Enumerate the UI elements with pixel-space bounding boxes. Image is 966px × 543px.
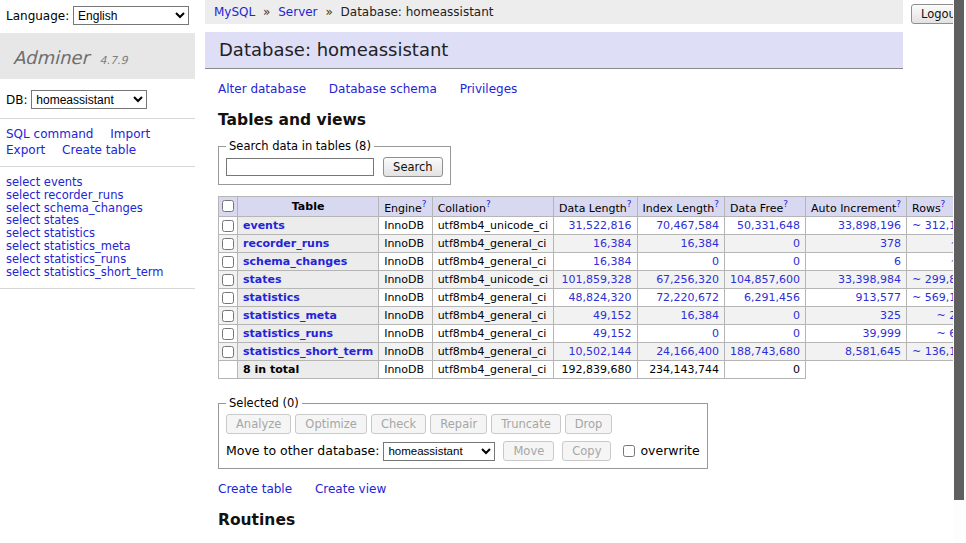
data-free-value[interactable]: 0: [793, 237, 800, 250]
auto-increment-value[interactable]: 6: [894, 255, 901, 268]
collation-cell: utf8mb4_general_ci: [432, 343, 553, 361]
data-free-value[interactable]: 6,291,456: [744, 291, 800, 304]
selected-action-check-button[interactable]: Check: [371, 414, 426, 434]
help-link[interactable]: ?: [783, 199, 788, 209]
sidebar-link-create-table[interactable]: Create table: [62, 143, 136, 157]
auto-increment-value[interactable]: 913,577: [856, 291, 902, 304]
table-link[interactable]: events: [243, 219, 285, 232]
table-link[interactable]: statistics: [243, 291, 300, 304]
data-free-value[interactable]: 50,331,648: [737, 219, 800, 232]
search-button[interactable]: Search: [383, 157, 443, 177]
selected-action-analyze-button[interactable]: Analyze: [226, 414, 291, 434]
row-checkbox[interactable]: [222, 346, 234, 358]
auto-increment-cell: 6: [806, 253, 907, 271]
table-link[interactable]: statistics_runs: [243, 327, 333, 340]
table-name-cell: recorder_runs: [238, 235, 379, 253]
collation-cell: utf8mb4_unicode_ci: [432, 217, 553, 235]
table-link[interactable]: states: [243, 273, 282, 286]
data-free-cell: 104,857,600: [725, 271, 806, 289]
data-length-value[interactable]: 49,152: [593, 327, 632, 340]
sidebar-link-import[interactable]: Import: [110, 127, 150, 141]
db-select[interactable]: homeassistant: [31, 90, 147, 109]
data-free-value[interactable]: 0: [793, 255, 800, 268]
index-length-value[interactable]: 67,256,320: [656, 273, 719, 286]
row-checkbox[interactable]: [222, 256, 234, 268]
help-link[interactable]: ?: [422, 199, 427, 209]
data-free-value[interactable]: 0: [793, 309, 800, 322]
selected-action-optimize-button[interactable]: Optimize: [295, 414, 367, 434]
index-length-value[interactable]: 16,384: [681, 309, 720, 322]
auto-increment-value[interactable]: 33,898,196: [838, 219, 901, 232]
scrollbar-thumb[interactable]: [954, 0, 964, 500]
help-link[interactable]: ?: [627, 199, 632, 209]
auto-increment-value[interactable]: 378: [880, 237, 901, 250]
privileges-link[interactable]: Privileges: [460, 82, 518, 96]
copy-button[interactable]: Copy: [562, 441, 611, 461]
sidebar-link-export[interactable]: Export: [6, 143, 45, 157]
database-schema-link[interactable]: Database schema: [329, 82, 437, 96]
column-header-data-length: Data Length?: [554, 196, 637, 217]
column-header-engine: Engine?: [379, 196, 432, 217]
search-input[interactable]: [226, 158, 374, 176]
create-view-link[interactable]: Create view: [315, 482, 386, 496]
move-database-select[interactable]: homeassistant: [383, 442, 495, 461]
select-all-checkbox[interactable]: [222, 200, 234, 212]
breadcrumb-server-link[interactable]: Server: [278, 5, 317, 19]
table-link[interactable]: statistics_meta: [243, 309, 337, 322]
engine-cell: InnoDB: [379, 325, 432, 343]
help-link[interactable]: ?: [486, 199, 491, 209]
data-free-value[interactable]: 104,857,600: [730, 273, 800, 286]
row-checkbox[interactable]: [222, 238, 234, 250]
move-button[interactable]: Move: [503, 441, 554, 461]
auto-increment-value[interactable]: 33,398,984: [838, 273, 901, 286]
data-length-value[interactable]: 31,522,816: [569, 219, 632, 232]
index-length-value[interactable]: 70,467,584: [656, 219, 719, 232]
language-select[interactable]: English: [73, 6, 189, 25]
index-length-value[interactable]: 72,220,672: [656, 291, 719, 304]
help-link[interactable]: ?: [896, 199, 901, 209]
index-length-value[interactable]: 0: [712, 255, 719, 268]
breadcrumb-mysql-link[interactable]: MySQL: [214, 5, 255, 19]
auto-increment-value[interactable]: 325: [880, 309, 901, 322]
selected-action-repair-button[interactable]: Repair: [430, 414, 487, 434]
auto-increment-value[interactable]: 39,999: [863, 327, 902, 340]
overwrite-checkbox[interactable]: [623, 445, 635, 457]
row-checkbox[interactable]: [222, 274, 234, 286]
row-checkbox[interactable]: [222, 328, 234, 340]
app-version: 4.7.9: [99, 54, 127, 67]
data-length-value[interactable]: 49,152: [593, 309, 632, 322]
selected-action-truncate-button[interactable]: Truncate: [491, 414, 561, 434]
selected-legend: Selected (0): [226, 396, 302, 410]
auto-increment-value[interactable]: 8,581,645: [845, 345, 901, 358]
selected-action-drop-button[interactable]: Drop: [565, 414, 613, 434]
total-checkbox-cell: [219, 361, 238, 379]
row-checkbox[interactable]: [222, 310, 234, 322]
index-length-value[interactable]: 0: [712, 327, 719, 340]
data-length-value[interactable]: 48,824,320: [569, 291, 632, 304]
table-link[interactable]: statistics_short_term: [243, 345, 373, 358]
total-index-length-cell: 234,143,744: [637, 361, 725, 379]
collation-cell: utf8mb4_general_ci: [432, 253, 553, 271]
data-free-value[interactable]: 0: [793, 327, 800, 340]
scrollbar[interactable]: [953, 0, 966, 543]
sidebar-table-link[interactable]: select statistics_short_term: [6, 265, 163, 279]
data-length-value[interactable]: 16,384: [593, 255, 632, 268]
index-length-value[interactable]: 24,166,400: [656, 345, 719, 358]
search-legend: Search data in tables (8): [226, 139, 374, 153]
breadcrumb-separator: »: [263, 5, 270, 19]
data-free-value[interactable]: 188,743,680: [730, 345, 800, 358]
table-link[interactable]: recorder_runs: [243, 237, 329, 250]
sidebar-link-sql-command[interactable]: SQL command: [6, 127, 93, 141]
row-checkbox[interactable]: [222, 292, 234, 304]
data-length-value[interactable]: 101,859,328: [562, 273, 632, 286]
app-name-link[interactable]: Adminer: [13, 47, 89, 68]
alter-database-link[interactable]: Alter database: [218, 82, 306, 96]
index-length-value[interactable]: 16,384: [681, 237, 720, 250]
help-link[interactable]: ?: [714, 199, 719, 209]
row-checkbox[interactable]: [222, 220, 234, 232]
data-length-value[interactable]: 16,384: [593, 237, 632, 250]
data-length-value[interactable]: 10,502,144: [569, 345, 632, 358]
create-table-link[interactable]: Create table: [218, 482, 292, 496]
help-link[interactable]: ?: [941, 199, 946, 209]
table-link[interactable]: schema_changes: [243, 255, 347, 268]
